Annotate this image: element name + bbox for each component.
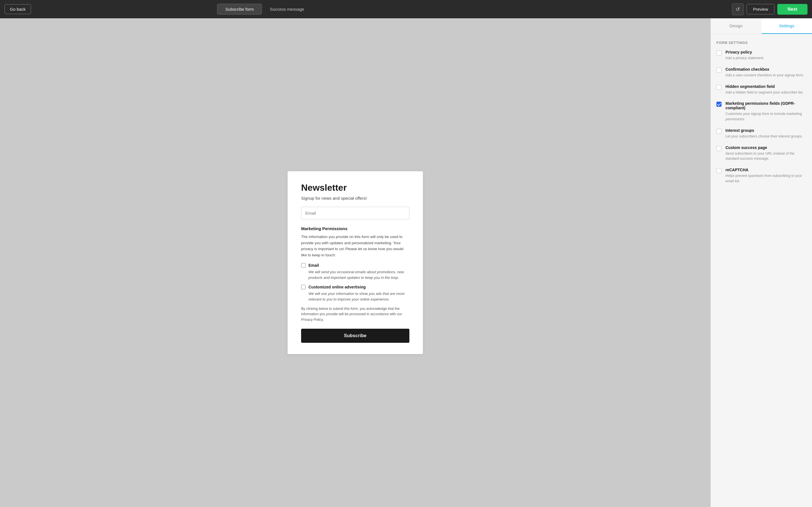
advertising-permission-checkbox[interactable] <box>301 285 306 289</box>
setting-marketing-permissions: Marketing permissions fields (GDPR-compl… <box>716 101 806 122</box>
interest-groups-title: Interest groups <box>725 128 803 133</box>
marketing-body-text: The information you provide on this form… <box>301 234 409 258</box>
recaptcha-title: reCAPTCHA <box>725 168 806 172</box>
confirmation-checkbox-text: Confirmation checkbox Add a user-consent… <box>725 67 804 78</box>
custom-success-page-text: Custom success page Send subscribers to … <box>725 145 806 162</box>
form-title: Newsletter <box>301 182 409 193</box>
privacy-policy-desc: Add a privacy statement. <box>725 55 764 61</box>
subscribe-button[interactable]: Subscribe <box>301 329 409 343</box>
tab-settings[interactable]: Settings <box>762 18 812 34</box>
recaptcha-desc: Helps prevent spambots from subscribing … <box>725 173 806 184</box>
custom-success-page-desc: Send subscribers to your URL instead of … <box>725 151 806 162</box>
hidden-segmentation-title: Hidden segmentation field <box>725 84 804 89</box>
custom-success-page-title: Custom success page <box>725 145 806 150</box>
form-subtitle: Signup for news and special offers! <box>301 196 409 201</box>
privacy-policy-text: Privacy policy Add a privacy statement. <box>725 50 764 61</box>
confirmation-checkbox-title: Confirmation checkbox <box>725 67 804 71</box>
confirmation-checkbox-input[interactable] <box>716 68 721 73</box>
interest-groups-text: Interest groups Let your subscribers cho… <box>725 128 803 139</box>
tab-subscribe-form[interactable]: Subscribe form <box>217 4 262 15</box>
marketing-permissions-checkbox[interactable] <box>716 102 721 107</box>
permission-email: Email We will send you occasional emails… <box>301 263 409 281</box>
advertising-permission-label[interactable]: Customized online advertising <box>301 285 409 289</box>
advertising-permission-text: Customized online advertising <box>308 285 366 289</box>
marketing-permissions-title: Marketing permissions fields (GDPR-compl… <box>725 101 806 110</box>
setting-confirmation-checkbox: Confirmation checkbox Add a user-consent… <box>716 67 806 78</box>
setting-recaptcha: reCAPTCHA Helps prevent spambots from su… <box>716 168 806 184</box>
email-permission-text: Email <box>308 263 319 268</box>
main-container: Newsletter Signup for news and special o… <box>0 18 812 507</box>
recaptcha-text: reCAPTCHA Helps prevent spambots from su… <box>725 168 806 184</box>
hidden-segmentation-checkbox[interactable] <box>716 85 721 90</box>
permission-advertising: Customized online advertising We will us… <box>301 285 409 302</box>
nav-right-actions: ↺ Preview Next <box>732 3 808 15</box>
top-navigation: Go back Subscribe form Success message ↺… <box>0 0 812 18</box>
email-permission-label[interactable]: Email <box>301 263 409 268</box>
advertising-permission-desc: We will use your information to show you… <box>308 291 409 302</box>
recaptcha-checkbox[interactable] <box>716 168 721 173</box>
marketing-permissions-title: Marketing Permissions <box>301 226 409 231</box>
setting-interest-groups: Interest groups Let your subscribers cho… <box>716 128 806 139</box>
marketing-permissions-text: Marketing permissions fields (GDPR-compl… <box>725 101 806 122</box>
setting-privacy-policy: Privacy policy Add a privacy statement. <box>716 50 806 61</box>
panel-tabs: Design Settings <box>711 18 812 34</box>
interest-groups-desc: Let your subscribers choose their intere… <box>725 134 803 139</box>
history-icon: ↺ <box>735 6 740 12</box>
nav-tabs: Subscribe form Success message <box>217 4 312 15</box>
panel-settings-content: FORM SETTINGS Privacy policy Add a priva… <box>711 34 812 197</box>
go-back-button[interactable]: Go back <box>4 4 31 14</box>
hidden-segmentation-desc: Add a hidden field to segment your subsc… <box>725 90 804 95</box>
right-panel: Design Settings FORM SETTINGS Privacy po… <box>711 18 812 507</box>
hidden-segmentation-text: Hidden segmentation field Add a hidden f… <box>725 84 804 95</box>
interest-groups-checkbox[interactable] <box>716 129 721 134</box>
canvas-area: Newsletter Signup for news and special o… <box>0 18 711 507</box>
confirmation-checkbox-desc: Add a user-consent checkbox to your sign… <box>725 73 804 78</box>
custom-success-page-checkbox[interactable] <box>716 146 721 151</box>
history-button[interactable]: ↺ <box>732 3 744 15</box>
email-input[interactable] <box>301 207 409 219</box>
setting-custom-success-page: Custom success page Send subscribers to … <box>716 145 806 162</box>
email-permission-desc: We will send you occasional emails about… <box>308 269 409 281</box>
setting-hidden-segmentation: Hidden segmentation field Add a hidden f… <box>716 84 806 95</box>
email-permission-checkbox[interactable] <box>301 263 306 268</box>
preview-button[interactable]: Preview <box>747 4 774 14</box>
privacy-policy-title: Privacy policy <box>725 50 764 54</box>
tab-design[interactable]: Design <box>711 18 762 34</box>
next-button[interactable]: Next <box>777 4 808 15</box>
form-settings-label: FORM SETTINGS <box>716 41 806 45</box>
form-card: Newsletter Signup for news and special o… <box>288 171 423 354</box>
privacy-policy-checkbox[interactable] <box>716 50 721 55</box>
tab-success-message[interactable]: Success message <box>262 4 312 15</box>
policy-text: By clicking below to submit this form, y… <box>301 306 409 323</box>
marketing-permissions-desc: Customize your signup form to include ma… <box>725 111 806 122</box>
